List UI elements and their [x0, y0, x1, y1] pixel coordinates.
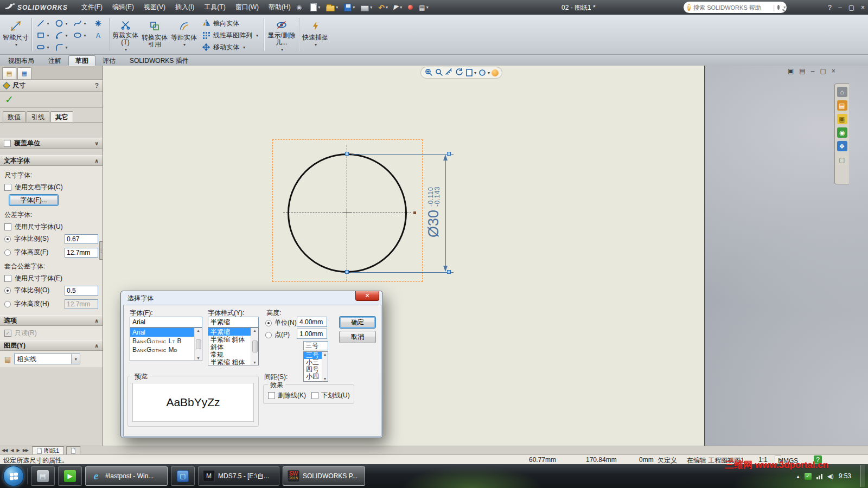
- units-value-input[interactable]: [297, 317, 327, 327]
- tray-chevron-icon[interactable]: ▴: [796, 473, 799, 479]
- font-height-input[interactable]: [65, 248, 98, 258]
- font-list[interactable]: Arial BankGothic Lt B BankGothic Md ▲▼: [130, 328, 202, 361]
- subtab-leaders[interactable]: 引线: [27, 111, 49, 122]
- taskbar-pinned-app[interactable]: ▤: [31, 466, 55, 486]
- size-value-box[interactable]: 三号: [303, 341, 328, 350]
- measure-icon[interactable]: [445, 68, 454, 78]
- font-list-item[interactable]: Arial: [130, 328, 202, 337]
- font-list-scrollbar[interactable]: ▲▼: [194, 328, 202, 361]
- taskbar-solidworks-window[interactable]: SW 2015 SOLIDWORKS P...: [283, 466, 365, 486]
- circle-top-handle[interactable]: [345, 152, 349, 156]
- volume-icon[interactable]: ◀): [827, 473, 834, 480]
- restore-icon[interactable]: ▢: [848, 4, 854, 11]
- file-explorer-icon[interactable]: ▣: [837, 114, 847, 124]
- fit-use-dimension-font-row[interactable]: 使用尺寸字体(E): [4, 273, 98, 284]
- display-delete-relations-button[interactable]: 显示/删除几... ▾: [266, 16, 297, 53]
- points-value-input[interactable]: [297, 329, 327, 339]
- style-list-scrollbar[interactable]: ▲▼: [251, 328, 258, 365]
- dialog-close-button[interactable]: ✕: [355, 291, 379, 301]
- design-library-icon[interactable]: ▤: [837, 100, 847, 111]
- menu-window[interactable]: 窗口(W): [231, 0, 264, 15]
- restore-document-icon[interactable]: ▢: [820, 67, 826, 75]
- new-window-icon[interactable]: ▣: [788, 67, 794, 75]
- underline-checkbox[interactable]: [311, 392, 318, 399]
- next-sheet-icon[interactable]: ▶: [15, 448, 21, 453]
- scroll-up-icon[interactable]: ▲: [323, 352, 327, 356]
- search-caret-icon[interactable]: ▾: [783, 5, 786, 10]
- view-palette-icon[interactable]: ◉: [837, 127, 847, 138]
- close-icon[interactable]: ×: [861, 4, 865, 11]
- pin-icon[interactable]: ◉: [297, 4, 302, 11]
- start-button[interactable]: [3, 466, 24, 486]
- rebuild-button[interactable]: [406, 2, 415, 14]
- subtab-value[interactable]: 数值: [3, 111, 25, 122]
- convert-entities-button[interactable]: 转换实体引用: [139, 16, 170, 53]
- units-radio[interactable]: [265, 320, 272, 326]
- layer-section[interactable]: 图层(Y) ∧: [0, 340, 103, 351]
- menu-edit[interactable]: 编辑(E): [107, 0, 139, 15]
- font-button[interactable]: 字体(F)...: [9, 194, 59, 206]
- move-entities-button[interactable]: 移动实体 ▾: [198, 41, 262, 53]
- search-input[interactable]: [693, 4, 770, 11]
- custom-properties-icon[interactable]: ▢: [837, 155, 847, 165]
- ellipse-tool[interactable]: ▾: [71, 29, 89, 41]
- close-document-icon[interactable]: ×: [832, 67, 835, 75]
- zoom-fit-icon[interactable]: [424, 68, 433, 78]
- fit-font-scale-radio[interactable]: [4, 287, 11, 294]
- panel-splitter-handle[interactable]: ⋮: [99, 241, 103, 260]
- taskbar-iqiyi-app[interactable]: ▶: [58, 466, 82, 486]
- minimize-icon[interactable]: –: [838, 4, 842, 11]
- menu-help[interactable]: 帮助(H): [264, 0, 296, 15]
- network-icon[interactable]: [816, 473, 822, 479]
- subtab-other[interactable]: 其它: [50, 111, 73, 122]
- dimension-bottom-handle[interactable]: [447, 270, 451, 274]
- last-sheet-icon[interactable]: ▶▶: [21, 448, 30, 453]
- override-units-section[interactable]: 覆盖单位 ∨: [0, 138, 103, 149]
- text-font-section[interactable]: 文本字体 ∧: [0, 155, 103, 166]
- scroll-down-icon[interactable]: ▼: [196, 356, 200, 360]
- mirror-entities-button[interactable]: 镜向实体: [198, 17, 262, 29]
- circle-bottom-handle[interactable]: [345, 270, 349, 274]
- circle-tool[interactable]: ▾: [52, 17, 71, 29]
- line-tool[interactable]: ▾: [34, 17, 52, 29]
- fit-use-dimension-font-checkbox[interactable]: [4, 275, 11, 282]
- use-document-font-row[interactable]: 使用文档字体(C): [4, 182, 98, 192]
- fit-font-height-input[interactable]: [65, 299, 98, 309]
- print-button[interactable]: ▾: [359, 2, 374, 14]
- taskbar-ie-window[interactable]: e #lastpost - Win...: [85, 466, 168, 486]
- text-tool[interactable]: A: [89, 29, 107, 41]
- scroll-up-icon[interactable]: ▲: [196, 329, 200, 332]
- tab-solidworks-addins[interactable]: SOLIDWORKS 插件: [123, 55, 196, 66]
- size-list[interactable]: 三号 小三 四号 小四 ▲▼: [303, 351, 328, 382]
- scroll-up-icon[interactable]: ▲: [253, 329, 257, 332]
- font-style-input[interactable]: [208, 317, 259, 328]
- trim-entities-button[interactable]: 剪裁实体(T) ▾: [111, 16, 139, 53]
- tab-annotation[interactable]: 注解: [41, 55, 68, 66]
- dimension-line[interactable]: [445, 158, 446, 268]
- underline-row[interactable]: 下划线(U): [311, 391, 350, 400]
- font-list-item[interactable]: BankGothic Md: [130, 345, 202, 354]
- font-list-item[interactable]: BankGothic Lt B: [130, 337, 202, 345]
- scroll-down-icon[interactable]: ▼: [323, 377, 327, 381]
- new-button[interactable]: ▾: [308, 2, 322, 14]
- file-properties-button[interactable]: ▤▾: [417, 2, 430, 14]
- fit-font-scale-input[interactable]: [65, 286, 98, 296]
- diameter-dimension[interactable]: Ø30 -0.110 -0.143: [425, 187, 442, 237]
- arc-tool[interactable]: ▾: [52, 29, 71, 41]
- task-pane-home-icon[interactable]: ⌂: [837, 87, 847, 97]
- menu-tools[interactable]: 工具(T): [199, 0, 230, 15]
- save-button[interactable]: ▾: [342, 2, 357, 14]
- cascade-windows-icon[interactable]: ▤: [799, 67, 805, 75]
- menu-insert[interactable]: 插入(I): [170, 0, 199, 15]
- font-scale-radio[interactable]: [4, 236, 11, 242]
- layer-dropdown-caret-icon[interactable]: ▾: [71, 354, 80, 364]
- undo-button[interactable]: ↶▾: [376, 2, 390, 14]
- point-tool[interactable]: [89, 17, 107, 29]
- view-display-icon[interactable]: ▾: [478, 68, 490, 77]
- add-sheet-tab[interactable]: [66, 446, 80, 454]
- options-section[interactable]: 选项 ∧: [0, 315, 103, 326]
- spline-tool[interactable]: ▾: [71, 17, 89, 29]
- tab-sketch[interactable]: 草图: [68, 55, 95, 66]
- attachment-point[interactable]: [413, 211, 416, 214]
- taskbar-blue-app[interactable]: ▢: [171, 466, 195, 486]
